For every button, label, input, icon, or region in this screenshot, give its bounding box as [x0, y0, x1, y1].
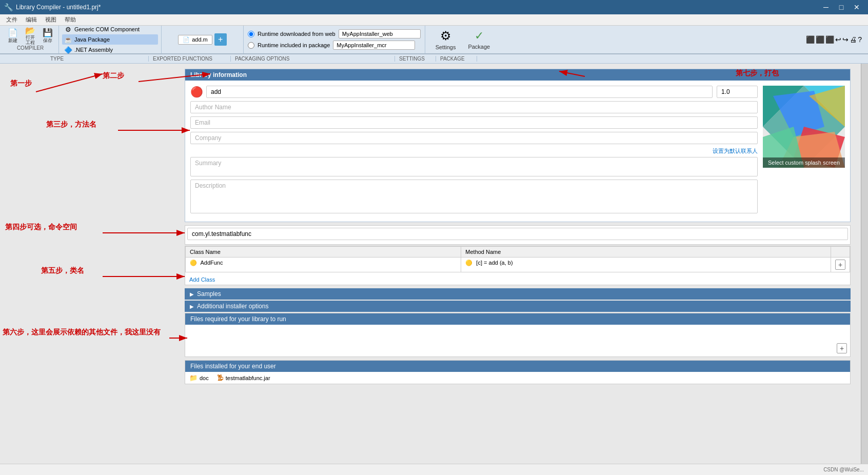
library-info-header: Library information [185, 69, 850, 81]
namespace-input[interactable] [187, 228, 848, 240]
installed-files-section: Files installed for your end user 📁 doc … [185, 360, 851, 384]
java-package-icon: ☕ [64, 35, 72, 44]
titlebar-left: 🔧 Library Compiler - untitled1.prj* [4, 3, 101, 11]
toolbar-icon-3[interactable]: ⬛ [825, 35, 834, 44]
required-files-list [187, 327, 848, 342]
toolbar-icon-5[interactable]: ↪ [842, 35, 849, 44]
scrollbar[interactable] [861, 64, 868, 464]
required-files-section: Files required for your library to run + [185, 313, 851, 357]
description-row [190, 180, 758, 213]
titlebar: 🔧 Library Compiler - untitled1.prj* ─ □ … [0, 0, 868, 14]
toolbar-icon-4[interactable]: ↩ [835, 35, 841, 44]
splash-image [763, 86, 845, 168]
library-info-card: Library information 🔴 [185, 69, 851, 222]
close-button[interactable]: ✕ [850, 0, 864, 14]
header-settings: SETTINGS [395, 56, 436, 62]
namespace-container [185, 225, 851, 245]
author-input[interactable] [190, 101, 758, 113]
settings-button[interactable]: ⚙ Settings [431, 27, 460, 52]
annotation-step2: 第二步 [103, 71, 124, 81]
annotation-step5: 第五步，类名 [41, 266, 84, 275]
method-icon: 🟡 [465, 260, 472, 266]
installed-files-header: Files installed for your end user [185, 361, 850, 372]
add-method-button[interactable]: + [835, 260, 845, 270]
annotation-step1: 第一步 [10, 79, 32, 88]
splash-screen-container[interactable]: Select custom splash screen [763, 86, 845, 168]
toolbar-icon-2[interactable]: ⬛ [816, 35, 824, 44]
new-button[interactable]: 📄 新建 [5, 29, 21, 44]
additional-installer-header[interactable]: ▶ Additional installer options [185, 301, 851, 312]
package-icon: ✓ [475, 29, 484, 43]
version-input[interactable] [717, 86, 758, 98]
class-name-cell: 🟡 AddFunc [186, 258, 461, 272]
email-input[interactable] [190, 116, 758, 129]
runtime-pkg-radio[interactable] [248, 42, 254, 49]
save-button[interactable]: 💾 保存 [40, 29, 55, 44]
author-row [190, 101, 758, 113]
add-class-link[interactable]: Add Class [185, 274, 219, 285]
menu-view[interactable]: 视图 [41, 15, 61, 25]
compiler-label: COMPILER [17, 45, 44, 51]
installed-files-row: 📁 doc 🗜 testmatlabfunc.jar [185, 372, 850, 384]
col-method-name: Method Name [461, 247, 831, 258]
main-area: 第一步 第二步 第三步，方法名 第四步可选，命令空间 第五步，类名 第六步，这里… [0, 64, 868, 464]
samples-header[interactable]: ▶ Samples [185, 288, 851, 300]
type-java-package[interactable]: ☕ Java Package [62, 34, 158, 45]
company-input[interactable] [190, 132, 758, 144]
status-bar: CSDN @WuiSe... [0, 464, 868, 475]
maximize-button[interactable]: □ [834, 0, 849, 14]
exported-functions-section: 📄 add.m + [162, 26, 244, 53]
library-info-body: 🔴 [185, 81, 850, 222]
doc-folder-icon: 📁 [189, 374, 198, 382]
name-version-row: 🔴 [190, 86, 758, 98]
type-net-assembly[interactable]: 🔷 .NET Assembly [62, 45, 158, 55]
compiler-section: 📄 新建 📂 打开工程 💾 保存 COMPILER [2, 26, 59, 53]
runtime-web-input[interactable] [339, 29, 421, 38]
menu-help[interactable]: 帮助 [61, 15, 80, 25]
default-contact-link[interactable]: 设置为默认联系人 [190, 147, 758, 155]
class-table: Class Name Method Name 🟡 AddFunc [185, 246, 850, 272]
content-area: 第一步 第二步 第三步，方法名 第四步可选，命令空间 第五步，类名 第六步，这里… [0, 64, 861, 464]
toolbar-icon-1[interactable]: ⬛ [806, 35, 815, 44]
library-info-content: 🔴 [190, 86, 845, 216]
summary-row [190, 157, 758, 176]
file-buttons: 📄 新建 📂 打开工程 💾 保存 [5, 29, 55, 44]
type-generic-com[interactable]: ⚙ Generic COM Component [62, 24, 158, 34]
net-assembly-icon: 🔷 [64, 46, 72, 54]
menu-file[interactable]: 文件 [2, 15, 22, 25]
open-button[interactable]: 📂 打开工程 [23, 29, 38, 44]
menu-edit[interactable]: 编辑 [22, 15, 41, 25]
jar-file-entry: 🗜 testmatlabfunc.jar [217, 374, 270, 382]
svg-line-10 [36, 74, 103, 92]
add-required-file-button[interactable]: + [837, 343, 847, 353]
class-icon: 🟡 [190, 260, 197, 266]
runtime-pkg-row: Runtime included in package [248, 41, 421, 50]
settings-package-area: ⚙ Settings ✓ Package [425, 26, 501, 53]
save-icon: 💾 [43, 29, 53, 37]
add-function-button[interactable]: + [214, 33, 227, 46]
runtime-pkg-input[interactable] [333, 41, 415, 50]
runtime-web-row: Runtime downloaded from web [248, 29, 421, 38]
required-files-actions: + [187, 342, 848, 354]
minimize-button[interactable]: ─ [819, 0, 833, 14]
new-icon: 📄 [8, 29, 18, 37]
email-row [190, 116, 758, 129]
exported-file-tag[interactable]: 📄 add.m [178, 35, 212, 45]
summary-textarea[interactable] [190, 157, 758, 176]
jar-file-icon: 🗜 [217, 374, 224, 382]
toolbar-icon-6[interactable]: 🖨 [850, 35, 857, 44]
toolbar-right-icons: ⬛ ⬛ ⬛ ↩ ↪ 🖨 ? [802, 35, 866, 44]
packaging-options-section: Runtime downloaded from web Runtime incl… [244, 26, 425, 53]
library-name-input[interactable] [206, 86, 713, 98]
default-contact-row: 设置为默认联系人 [190, 147, 758, 155]
main-cards: Library information 🔴 [185, 69, 851, 384]
status-text: CSDN @WuiSe... [823, 467, 864, 472]
runtime-web-radio[interactable] [248, 31, 254, 37]
splash-svg [763, 86, 845, 168]
annotation-step4: 第四步可选，命令空间 [5, 223, 77, 232]
col-class-name: Class Name [186, 247, 461, 258]
package-button[interactable]: ✓ Package [464, 27, 494, 52]
toolbar-help-icon[interactable]: ? [858, 35, 862, 44]
row-actions-cell: + [831, 258, 850, 272]
description-textarea[interactable] [190, 180, 758, 213]
